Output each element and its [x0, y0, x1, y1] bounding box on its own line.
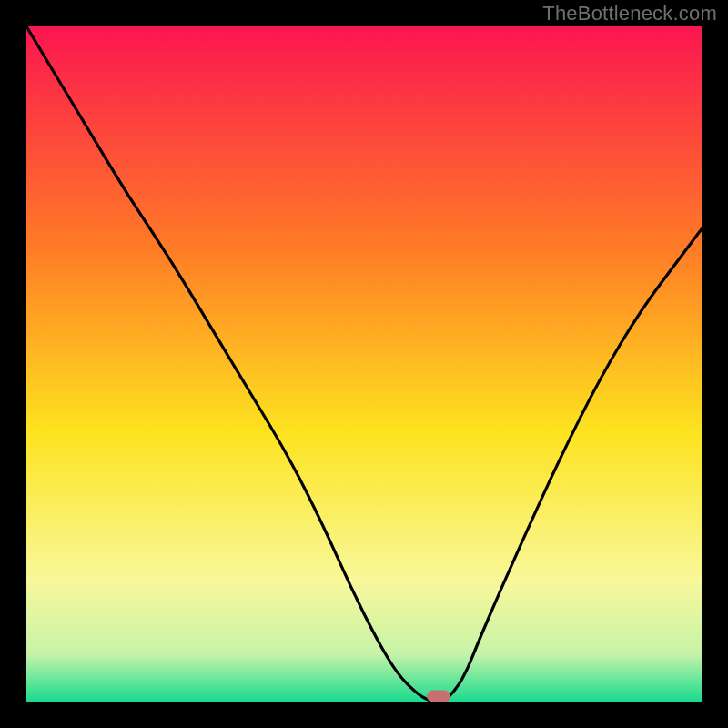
optimal-marker	[427, 691, 450, 702]
plot-area	[26, 26, 702, 702]
watermark-text: TheBottleneck.com	[542, 2, 717, 25]
chart-container: TheBottleneck.com	[0, 0, 728, 728]
plot-frame	[0, 0, 728, 728]
bottleneck-curve	[26, 26, 702, 702]
